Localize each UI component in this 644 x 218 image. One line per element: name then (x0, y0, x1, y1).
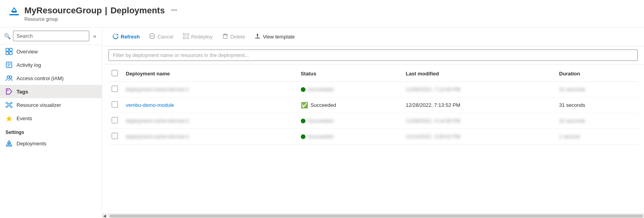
svg-rect-4 (9, 48, 12, 51)
nav-overview[interactable]: Overview (0, 45, 102, 58)
status-cell: Succeeded (298, 82, 403, 97)
row-checkbox[interactable] (112, 117, 118, 123)
access-control-icon (6, 75, 13, 82)
svg-rect-1 (12, 12, 17, 13)
nav-tags[interactable]: Tags (0, 85, 102, 98)
row-checkbox[interactable] (112, 86, 118, 92)
redeploy-label: Redeploy (191, 34, 213, 40)
scroll-left-btn[interactable]: ◀ (103, 214, 109, 218)
status-indicator (301, 134, 305, 139)
duration-header: Duration (556, 66, 638, 82)
duration-value: 31 seconds (559, 86, 585, 92)
svg-point-17 (11, 102, 12, 104)
row-checkbox-cell (109, 97, 123, 113)
duration-value: 1 second (559, 134, 580, 139)
svg-point-18 (6, 106, 7, 108)
svg-rect-33 (187, 37, 189, 39)
nav-events[interactable]: Events (0, 112, 102, 125)
status-indicator: ✅ (301, 102, 308, 109)
svg-point-19 (11, 106, 12, 108)
delete-icon (222, 33, 228, 40)
nav-resource-visualizer[interactable]: Resource visualizer (0, 98, 102, 112)
deployment-name-link[interactable]: deployment-name-blurred-1 (126, 86, 189, 92)
header-subtitle: Resource group (24, 16, 177, 22)
last-modified-value: 11/09/2022, 7:13:49 PM (406, 86, 460, 92)
duration-cell: 31 seconds (556, 97, 638, 113)
page-header: MyResourceGroup | Deployments ··· Resour… (0, 0, 644, 27)
refresh-button[interactable]: Refresh (109, 31, 144, 42)
duration-cell: 1 second (556, 129, 638, 145)
refresh-icon (112, 33, 119, 40)
content-area: Refresh Cancel Redeploy Delete (102, 27, 644, 218)
duration-cell: 31 seconds (556, 82, 638, 97)
svg-rect-30 (183, 33, 185, 35)
svg-rect-32 (183, 37, 185, 39)
deployment-name-link[interactable]: vembu-demo-module (126, 102, 174, 108)
activity-log-label: Activity log (17, 62, 41, 68)
scroll-track[interactable] (109, 214, 643, 218)
sidebar: 🔍 « Overview Activity log Access control… (0, 27, 102, 218)
nav-activity-log[interactable]: Activity log (0, 58, 102, 71)
row-checkbox-cell (109, 129, 123, 145)
select-all-col (109, 66, 123, 82)
status-text: Succeeded (308, 118, 333, 124)
svg-marker-24 (6, 115, 12, 122)
svg-rect-3 (6, 48, 9, 51)
status-text: Succeeded (311, 102, 336, 108)
svg-point-14 (7, 90, 9, 91)
events-label: Events (17, 115, 32, 121)
view-template-icon (254, 33, 261, 40)
activity-log-icon (6, 61, 13, 68)
svg-rect-26 (8, 143, 10, 144)
svg-marker-13 (6, 89, 12, 94)
svg-rect-31 (187, 33, 189, 35)
deployments-table-area: Deployment name Status Last modified Dur… (102, 64, 644, 213)
view-template-label: View template (263, 34, 294, 40)
status-cell: ✅ Succeeded (298, 97, 403, 113)
delete-label: Delete (230, 34, 245, 40)
delete-button[interactable]: Delete (218, 31, 249, 42)
svg-point-16 (6, 102, 7, 104)
horizontal-scrollbar[interactable]: ◀ (102, 213, 644, 218)
title-separator: | (105, 5, 107, 16)
deployment-name-header: Deployment name (123, 66, 298, 82)
view-template-button[interactable]: View template (250, 31, 298, 42)
deployments-nav-label: Deployments (17, 141, 46, 147)
more-button[interactable]: ··· (171, 6, 177, 15)
svg-rect-36 (224, 34, 226, 35)
last-modified-value: 12/13/2022, 3:09:52 PM (406, 134, 460, 139)
nav-deployments[interactable]: Deployments (0, 137, 102, 150)
refresh-label: Refresh (121, 34, 140, 40)
cancel-label: Cancel (157, 34, 173, 40)
status-cell: Succeeded (298, 113, 403, 129)
svg-line-23 (10, 106, 11, 106)
nav-access-control[interactable]: Access control (IAM) (0, 71, 102, 85)
main-layout: 🔍 « Overview Activity log Access control… (0, 27, 644, 218)
page-title: MyResourceGroup | Deployments ··· (24, 5, 177, 16)
row-checkbox[interactable] (112, 101, 118, 108)
filter-input[interactable] (109, 49, 638, 61)
collapse-button[interactable]: « (92, 31, 98, 41)
svg-line-20 (7, 103, 8, 104)
last-modified-header: Last modified (403, 66, 556, 82)
duration-value: 31 seconds (559, 102, 585, 108)
resource-visualizer-icon (6, 101, 13, 108)
search-input[interactable] (13, 31, 89, 41)
svg-rect-5 (6, 52, 9, 55)
select-all-checkbox[interactable] (112, 70, 118, 76)
resource-visualizer-label: Resource visualizer (17, 102, 61, 108)
row-checkbox[interactable] (112, 133, 118, 139)
svg-marker-2 (12, 8, 17, 11)
last-modified-cell: 11/09/2022, 4:14:08 PM (403, 113, 556, 129)
deployments-table: Deployment name Status Last modified Dur… (109, 66, 638, 145)
deployment-name-cell: deployment-name-blurred-1 (123, 82, 298, 97)
deployment-name-link[interactable]: deployment-name-blurred-4 (126, 134, 189, 139)
last-modified-value: 12/28/2022, 7:13:52 PM (406, 102, 460, 108)
status-text: Succeeded (308, 134, 333, 139)
cancel-button[interactable]: Cancel (145, 31, 177, 42)
redeploy-button[interactable]: Redeploy (179, 31, 217, 42)
resource-group-icon (8, 6, 20, 21)
svg-rect-34 (223, 35, 227, 38)
deployment-name-link[interactable]: deployment-name-blurred-3 (126, 118, 189, 124)
cancel-icon (149, 33, 155, 40)
